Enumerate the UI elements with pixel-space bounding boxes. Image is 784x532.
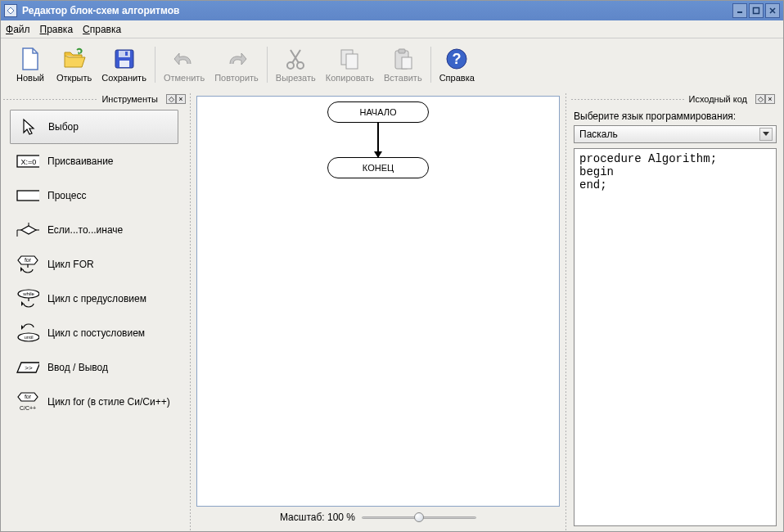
menu-edit[interactable]: Правка — [40, 24, 74, 35]
toolbar: Новый Открыть Сохранить Отменить Повтори… — [1, 38, 783, 91]
language-prompt: Выберите язык программирования: — [574, 110, 777, 122]
io-icon: >> — [16, 358, 39, 376]
svg-rect-2 — [754, 8, 759, 14]
tool-process-label: Процесс — [47, 190, 86, 201]
menu-file[interactable]: Файл — [6, 24, 30, 35]
flow-arrow — [377, 123, 379, 157]
cut-scissors-icon — [283, 47, 308, 71]
save-button[interactable]: Сохранить — [97, 42, 151, 88]
tool-while[interactable]: while Цикл с предусловием — [10, 282, 178, 316]
panel-close-button[interactable]: × — [765, 94, 775, 104]
tool-assign-label: Присваивание — [47, 156, 114, 167]
app-icon — [4, 4, 17, 17]
new-file-icon — [18, 47, 43, 71]
svg-text:for: for — [25, 257, 32, 263]
code-panel-header: Исходный код ◇ × — [569, 92, 777, 106]
svg-marker-0 — [7, 7, 14, 14]
svg-rect-17 — [399, 49, 405, 53]
toolbar-separator — [430, 47, 431, 83]
canvas-panel: НАЧАЛО КОНЕЦ Масштаб: 100 % — [193, 92, 563, 531]
open-button[interactable]: Открыть — [52, 42, 97, 88]
zoom-slider[interactable] — [362, 511, 476, 524]
while-loop-icon: while — [16, 290, 39, 308]
flowchart: НАЧАЛО КОНЕЦ — [327, 101, 429, 178]
svg-marker-31 — [20, 267, 23, 272]
help-button[interactable]: ? Справка — [435, 42, 480, 88]
panel-float-button[interactable]: ◇ — [166, 94, 176, 104]
tool-process[interactable]: Процесс — [10, 178, 178, 213]
tool-ifelse-label: Если...то...иначе — [47, 224, 123, 236]
zoom-label: Масштаб: 100 % — [280, 512, 355, 523]
svg-line-13 — [291, 50, 299, 63]
svg-marker-35 — [21, 325, 24, 330]
panel-close-button[interactable]: × — [176, 94, 186, 104]
tools-panel-header: Инструменты ◇ × — [1, 92, 187, 106]
svg-rect-18 — [402, 57, 412, 69]
tool-cfor[interactable]: forC/C++ Цикл for (в стиле Си/Си++) — [10, 385, 178, 419]
undo-button[interactable]: Отменить — [159, 42, 210, 88]
svg-marker-42 — [763, 132, 769, 136]
svg-text:>>: >> — [25, 364, 33, 372]
cut-button-label: Вырезать — [276, 73, 316, 83]
redo-button[interactable]: Повторить — [210, 42, 264, 88]
tools-list: Выбор X:=0 Присваивание Процесс Если...т… — [9, 109, 179, 420]
tool-assign[interactable]: X:=0 Присваивание — [10, 144, 178, 178]
tool-cfor-label: Цикл for (в стиле Си/Си++) — [47, 396, 170, 408]
panel-splitter-left[interactable] — [189, 92, 191, 531]
flowchart-canvas[interactable]: НАЧАЛО КОНЕЦ — [196, 96, 560, 507]
zoom-controls: Масштаб: 100 % — [196, 507, 560, 528]
tools-panel: Инструменты ◇ × Выбор X:=0 Присваивание — [1, 92, 187, 531]
svg-rect-15 — [346, 54, 358, 69]
paste-button[interactable]: Вставить — [379, 42, 427, 88]
svg-rect-9 — [125, 52, 128, 56]
undo-button-label: Отменить — [164, 73, 205, 83]
titlebar: Редактор блок-схем алгоритмов — [1, 1, 783, 20]
menu-help[interactable]: Справка — [83, 24, 121, 35]
zoom-slider-thumb[interactable] — [414, 512, 424, 522]
close-button[interactable] — [765, 3, 780, 18]
copy-button[interactable]: Копировать — [321, 42, 379, 88]
tool-for-label: Цикл FOR — [47, 259, 94, 270]
tool-ifelse[interactable]: Если...то...иначе — [10, 213, 178, 247]
save-disk-icon — [112, 47, 137, 71]
cursor-icon — [17, 118, 40, 136]
tool-select[interactable]: Выбор — [10, 110, 178, 144]
language-selected: Паскаль — [579, 128, 618, 140]
paste-button-label: Вставить — [384, 73, 422, 83]
menubar: Файл Правка Справка — [1, 20, 783, 38]
svg-text:for: for — [25, 394, 32, 399]
cfor-loop-icon: forC/C++ — [16, 393, 39, 411]
maximize-button[interactable] — [749, 3, 764, 18]
panel-float-button[interactable]: ◇ — [755, 94, 765, 104]
toolbar-separator — [155, 47, 155, 83]
minimize-button[interactable] — [732, 3, 747, 18]
tools-panel-title: Инструменты — [97, 94, 163, 104]
svg-text:X:=0: X:=0 — [21, 158, 37, 166]
ifelse-icon — [16, 221, 39, 239]
start-node[interactable]: НАЧАЛО — [327, 101, 429, 123]
svg-rect-8 — [119, 61, 129, 67]
svg-marker-25 — [21, 226, 36, 234]
code-panel: Исходный код ◇ × Выберите язык программи… — [569, 92, 783, 531]
language-select[interactable]: Паскаль — [574, 125, 777, 143]
redo-button-label: Повторить — [214, 73, 259, 83]
help-button-label: Справка — [439, 73, 475, 83]
svg-rect-23 — [17, 191, 39, 201]
end-node[interactable]: КОНЕЦ — [327, 157, 429, 178]
redo-icon — [224, 47, 249, 71]
panel-splitter-right[interactable] — [565, 92, 567, 531]
source-code-view[interactable]: procedure Algorithm; begin end; — [574, 148, 777, 526]
dropdown-arrow-icon — [759, 128, 773, 141]
tool-io-label: Ввод / Вывод — [47, 362, 108, 373]
new-button[interactable]: Новый — [9, 42, 52, 88]
tool-io[interactable]: >> Ввод / Вывод — [10, 350, 178, 385]
svg-text:until: until — [24, 335, 33, 340]
svg-rect-7 — [119, 51, 130, 57]
open-button-label: Открыть — [56, 73, 92, 83]
tool-for[interactable]: for Цикл FOR — [10, 247, 178, 282]
dowhile-loop-icon: until — [16, 324, 39, 342]
svg-text:?: ? — [453, 51, 462, 67]
cut-button[interactable]: Вырезать — [271, 42, 321, 88]
tool-dowhile[interactable]: until Цикл с постусловием — [10, 316, 178, 350]
start-node-label: НАЧАЛО — [359, 107, 396, 117]
